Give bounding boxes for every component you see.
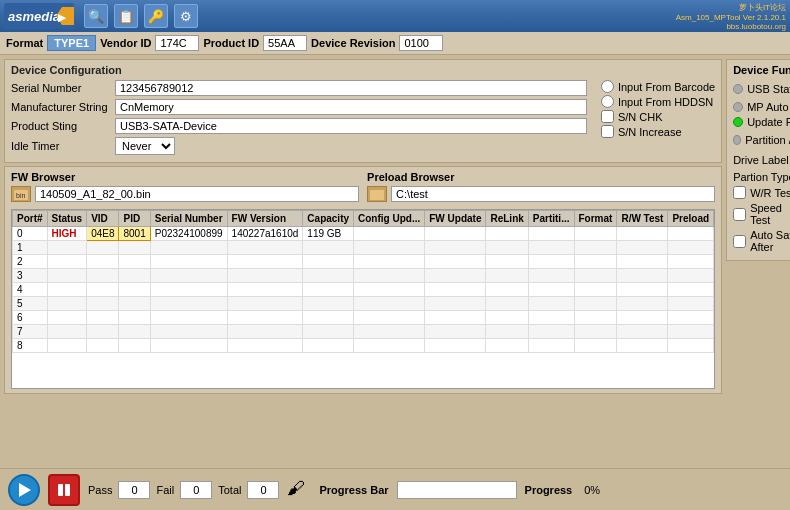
content-area: Device Configuration Serial Number Manuf…: [0, 55, 790, 468]
col-relink: ReLink: [486, 211, 528, 227]
toolbar: Format TYPE1 Vendor ID Product ID Device…: [0, 32, 790, 55]
snincrease-checkbox[interactable]: [601, 125, 614, 138]
header-logo: asmedia ▶: [4, 3, 74, 29]
total-count[interactable]: [247, 481, 279, 499]
vendor-input[interactable]: [155, 35, 199, 51]
partion-type-label: Partion Type: [733, 171, 790, 183]
device-table: Port# Status VID PID Serial Number FW Ve…: [11, 209, 715, 389]
snchk-checkbox[interactable]: [601, 110, 614, 123]
progress-label: Progress: [525, 484, 573, 496]
product-input[interactable]: [263, 35, 307, 51]
progress-value: 0%: [584, 484, 600, 496]
barcode-label: Input From Barcode: [618, 81, 715, 93]
col-fwupdate: FW Update: [425, 211, 486, 227]
settings-icon-btn[interactable]: ⚙: [174, 4, 198, 28]
df-title: Device Function: [733, 64, 790, 76]
drive-label-label: Drive Label: [733, 154, 790, 166]
mp-auto-label: MP Auto Mode: [747, 101, 790, 113]
pass-label: Pass: [88, 484, 112, 496]
watermark-line3: bbs.luobotou.org: [726, 22, 786, 31]
progress-bar-label: Progress Bar: [319, 484, 388, 496]
serial-row: Serial Number: [11, 80, 587, 96]
device-label: Device Revision: [311, 37, 395, 49]
table-row: 4: [13, 283, 714, 297]
manufacturer-row: Manufacturer String: [11, 99, 587, 115]
snincrease-label: S/N Increase: [618, 126, 682, 138]
mp-auto-led: [733, 102, 743, 112]
svg-rect-9: [58, 484, 63, 496]
col-preload: Preload: [668, 211, 714, 227]
main-container: asmedia ▶ 🔍 📋 🔑 ⚙ 萝卜头IT论坛 Asm_105_MPTool…: [0, 0, 790, 510]
idle-timer-select[interactable]: Never: [115, 137, 175, 155]
header-right: 萝卜头IT论坛 Asm_105_MPTool Ver 2.1.20.1 bbs.…: [676, 2, 786, 31]
format-value[interactable]: TYPE1: [47, 35, 96, 51]
manufacturer-label: Manufacturer String: [11, 101, 111, 113]
auto-safe-checkbox[interactable]: [733, 235, 746, 248]
table-row: 3: [13, 269, 714, 283]
speed-test-label: Speed Test: [750, 202, 790, 226]
barcode-row: Input From Barcode: [601, 80, 715, 93]
bottom-bar: Pass Fail Total 🖌 Progress Bar Progress …: [0, 468, 790, 510]
header: asmedia ▶ 🔍 📋 🔑 ⚙ 萝卜头IT论坛 Asm_105_MPTool…: [0, 0, 790, 32]
total-label: Total: [218, 484, 241, 496]
fw-file-icon: bin: [11, 186, 31, 202]
col-capacity: Capacity: [303, 211, 354, 227]
device-config-section: Device Configuration Serial Number Manuf…: [4, 59, 722, 163]
fail-label: Fail: [156, 484, 174, 496]
table-row: 0HIGH04E88001P02324100899140227a1610d119…: [13, 227, 714, 241]
col-vid: VID: [87, 211, 119, 227]
table-row: 6: [13, 311, 714, 325]
pass-count[interactable]: [118, 481, 150, 499]
barcode-radio[interactable]: [601, 80, 614, 93]
product-string-input[interactable]: [115, 118, 587, 134]
serial-input[interactable]: [115, 80, 587, 96]
wr-test-checkbox[interactable]: [733, 186, 746, 199]
update-fw-label: Update FW: [747, 116, 790, 128]
checkbox-area: Input From Barcode Input From HDDSN S/N …: [601, 80, 715, 158]
partition-label: Partition / Format: [745, 134, 790, 146]
play-icon: [19, 483, 31, 497]
key-icon-btn[interactable]: 🔑: [144, 4, 168, 28]
hddsn-radio[interactable]: [601, 95, 614, 108]
snincrease-row: S/N Increase: [601, 125, 715, 138]
svg-text:bin: bin: [16, 192, 25, 199]
table-row: 1: [13, 241, 714, 255]
manufacturer-input[interactable]: [115, 99, 587, 115]
col-serial: Serial Number: [150, 211, 227, 227]
hddsn-label: Input From HDDSN: [618, 96, 713, 108]
auto-safe-row: Auto Safe Remove After Seconds: [733, 229, 790, 253]
svg-rect-8: [370, 190, 384, 200]
hddsn-row: Input From HDDSN: [601, 95, 715, 108]
asmedia-logo: asmedia ▶: [4, 3, 74, 29]
usb-status-label: USB Status: [747, 83, 790, 95]
partition-row: Partition / Format Type FAT32: [733, 131, 790, 149]
auto-safe-label: Auto Safe Remove After: [750, 229, 790, 253]
speed-test-checkbox[interactable]: [733, 208, 746, 221]
format-label: Format: [6, 37, 43, 49]
col-config: Config Upd...: [354, 211, 425, 227]
progress-bar: [397, 481, 517, 499]
preload-path-input[interactable]: [391, 186, 715, 202]
snchk-row: S/N CHK: [601, 110, 715, 123]
update-fw-led: [733, 117, 743, 127]
right-column: Device Function USB Status USB 2.0 MP Au…: [726, 59, 790, 464]
device-input[interactable]: [399, 35, 443, 51]
fail-count[interactable]: [180, 481, 212, 499]
fw-path-input[interactable]: [35, 186, 359, 202]
stop-button[interactable]: [48, 474, 80, 506]
product-label: Product ID: [203, 37, 259, 49]
device-function-section: Device Function USB Status USB 2.0 MP Au…: [726, 59, 790, 261]
table-row: 5: [13, 297, 714, 311]
speed-row: Speed Test Read : Write :: [733, 202, 790, 226]
search-icon-btn[interactable]: 🔍: [84, 4, 108, 28]
svg-rect-10: [65, 484, 70, 496]
header-icons: 🔍 📋 🔑 ⚙: [84, 4, 198, 28]
table-row: 7: [13, 325, 714, 339]
idle-timer-row: Idle Timer Never: [11, 137, 587, 155]
svg-text:asmedia: asmedia: [8, 9, 60, 24]
device-data-table: Port# Status VID PID Serial Number FW Ve…: [12, 210, 714, 353]
play-button[interactable]: [8, 474, 40, 506]
brush-icon[interactable]: 🖌: [287, 478, 311, 502]
watermark-line2: Asm_105_MPTool Ver 2.1.20.1: [676, 13, 786, 22]
config-icon-btn[interactable]: 📋: [114, 4, 138, 28]
